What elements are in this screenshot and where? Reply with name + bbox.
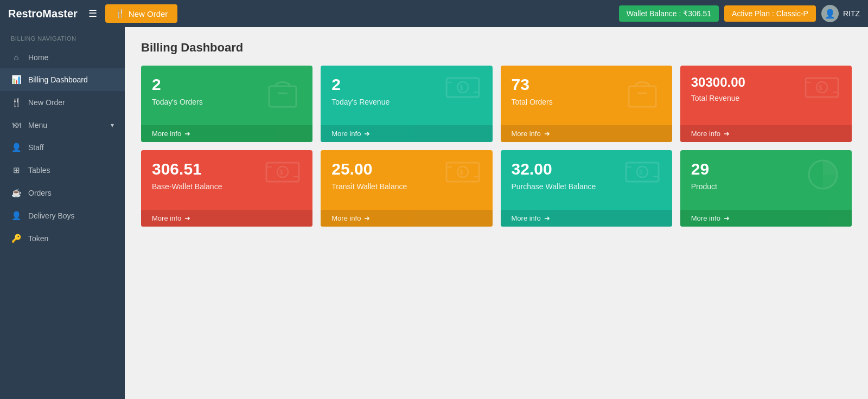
- arrow-right-icon: ➜: [724, 130, 730, 138]
- sidebar-item-token[interactable]: 🔑 Token: [0, 227, 125, 250]
- wallet-balance-badge: Wallet Balance : ₹306.51: [619, 5, 719, 22]
- money-icon-2: $: [803, 73, 841, 107]
- arrow-right-icon: ➜: [544, 214, 550, 222]
- base-wallet-value: 306.51: [152, 160, 222, 178]
- brand-logo: RestroMaster: [8, 8, 78, 20]
- sidebar-item-home[interactable]: ⌂ Home: [0, 46, 125, 68]
- sidebar-item-label: Staff: [28, 143, 44, 152]
- total-orders-more-info[interactable]: More info ➜: [501, 125, 672, 142]
- sidebar-item-label: Menu: [28, 121, 47, 130]
- transit-wallet-more-info[interactable]: More info ➜: [321, 210, 492, 227]
- arrow-right-icon: ➜: [184, 214, 190, 222]
- transit-wallet-label: Transit Wallet Balance: [331, 182, 407, 191]
- total-orders-label: Total Orders: [512, 98, 553, 106]
- svg-text:$: $: [639, 169, 643, 176]
- sidebar-item-billing-dashboard[interactable]: 📊 Billing Dashboard: [0, 68, 125, 91]
- menu-icon: 🍽: [11, 120, 22, 130]
- card-transit-wallet: 25.00 Transit Wallet Balance $: [321, 150, 492, 227]
- dashboard-grid: 2 Today's Orders More info ➜: [141, 66, 852, 227]
- svg-rect-0: [269, 86, 296, 107]
- base-wallet-more-info[interactable]: More info ➜: [141, 210, 312, 227]
- sidebar-item-tables[interactable]: ⊞ Tables: [0, 159, 125, 182]
- sidebar-item-label: Token: [28, 234, 48, 243]
- money-icon-5: $: [623, 157, 661, 192]
- card-total-orders: 73 Total Orders More info ➜: [501, 66, 672, 142]
- total-orders-value: 73: [512, 75, 553, 93]
- total-revenue-value: 30300.00: [691, 75, 745, 89]
- card-today-revenue: 2 Today's Revenue $ More in: [321, 66, 492, 142]
- base-wallet-label: Base-Wallet Balance: [152, 182, 222, 191]
- arrow-right-icon: ➜: [544, 130, 550, 138]
- total-revenue-more-info[interactable]: More info ➜: [680, 125, 852, 142]
- tables-icon: ⊞: [11, 165, 22, 175]
- user-menu[interactable]: 👤 RITZ: [821, 5, 860, 22]
- sidebar: BILLING NAVIGATION ⌂ Home 📊 Billing Dash…: [0, 27, 125, 399]
- purchase-wallet-more-info[interactable]: More info ➜: [501, 210, 672, 227]
- home-icon: ⌂: [11, 53, 22, 62]
- transit-wallet-value: 25.00: [331, 160, 407, 178]
- today-orders-value: 2: [152, 75, 203, 93]
- new-order-button[interactable]: 🍴 New Order: [105, 4, 178, 23]
- pie-chart-icon: [806, 157, 841, 197]
- total-revenue-label: Total Revenue: [691, 94, 745, 102]
- card-today-orders: 2 Today's Orders More info ➜: [141, 66, 312, 142]
- svg-text:$: $: [819, 84, 822, 92]
- topnav-right: Wallet Balance : ₹306.51 Active Plan : C…: [619, 5, 860, 22]
- dashboard-icon: 📊: [11, 75, 22, 85]
- sidebar-item-delivery-boys[interactable]: 👤 Delivery Boys: [0, 204, 125, 227]
- sidebar-item-label: New Order: [28, 98, 65, 107]
- fork-icon: 🍴: [115, 9, 125, 18]
- purchase-wallet-value: 32.00: [512, 160, 596, 178]
- chevron-down-icon: ▾: [111, 121, 114, 129]
- sidebar-item-label: Tables: [28, 166, 50, 175]
- sidebar-item-menu[interactable]: 🍽 Menu ▾: [0, 114, 125, 136]
- arrow-right-icon: ➜: [364, 214, 370, 222]
- card-base-wallet: 306.51 Base-Wallet Balance $: [141, 150, 312, 227]
- money-icon-3: $: [264, 157, 302, 192]
- product-more-info[interactable]: More info ➜: [680, 210, 852, 227]
- main-content: Billing Dashboard 2 Today's Orders: [125, 27, 868, 399]
- bag-icon-2: [623, 73, 661, 115]
- sidebar-item-staff[interactable]: 👤 Staff: [0, 136, 125, 159]
- today-revenue-value: 2: [331, 75, 390, 93]
- page-title: Billing Dashboard: [141, 41, 852, 55]
- sidebar-item-label: Home: [28, 53, 48, 62]
- product-label: Product: [691, 182, 717, 191]
- sidebar-item-orders[interactable]: ☕ Orders: [0, 182, 125, 204]
- orders-icon: ☕: [11, 188, 22, 198]
- bag-icon: [264, 73, 302, 115]
- sidebar-item-label: Billing Dashboard: [28, 75, 88, 84]
- today-orders-label: Today's Orders: [152, 98, 203, 106]
- sidebar-section-label: BILLING NAVIGATION: [0, 27, 125, 46]
- arrow-right-icon: ➜: [364, 130, 370, 138]
- card-purchase-wallet: 32.00 Purchase Wallet Balance $: [501, 150, 672, 227]
- money-icon: $: [444, 73, 482, 107]
- sidebar-item-label: Delivery Boys: [28, 211, 75, 220]
- token-icon: 🔑: [11, 234, 22, 243]
- svg-text:$: $: [279, 169, 283, 176]
- svg-text:$: $: [459, 169, 463, 176]
- card-product: 29 Product More info ➜: [680, 150, 852, 227]
- money-icon-4: $: [444, 157, 482, 192]
- card-total-revenue: 30300.00 Total Revenue $ Mo: [680, 66, 852, 142]
- today-revenue-more-info[interactable]: More info ➜: [321, 125, 492, 142]
- active-plan-badge: Active Plan : Classic-P: [724, 5, 816, 22]
- user-name: RITZ: [843, 9, 860, 18]
- delivery-icon: 👤: [11, 211, 22, 221]
- today-orders-more-info[interactable]: More info ➜: [141, 125, 312, 142]
- purchase-wallet-label: Purchase Wallet Balance: [512, 182, 596, 191]
- layout: BILLING NAVIGATION ⌂ Home 📊 Billing Dash…: [0, 27, 868, 399]
- sidebar-item-new-order[interactable]: 🍴 New Order: [0, 91, 125, 114]
- product-value: 29: [691, 160, 717, 178]
- arrow-right-icon: ➜: [724, 214, 730, 222]
- arrow-right-icon: ➜: [184, 130, 190, 138]
- sidebar-item-label: Orders: [28, 189, 52, 197]
- svg-rect-7: [629, 86, 656, 107]
- today-revenue-label: Today's Revenue: [331, 98, 390, 106]
- new-order-icon: 🍴: [11, 98, 22, 107]
- sidebar-toggle-button[interactable]: ☰: [88, 8, 97, 20]
- avatar: 👤: [821, 5, 839, 22]
- staff-icon: 👤: [11, 143, 22, 152]
- svg-text:$: $: [459, 84, 463, 92]
- topnav: RestroMaster ☰ 🍴 New Order Wallet Balanc…: [0, 0, 868, 27]
